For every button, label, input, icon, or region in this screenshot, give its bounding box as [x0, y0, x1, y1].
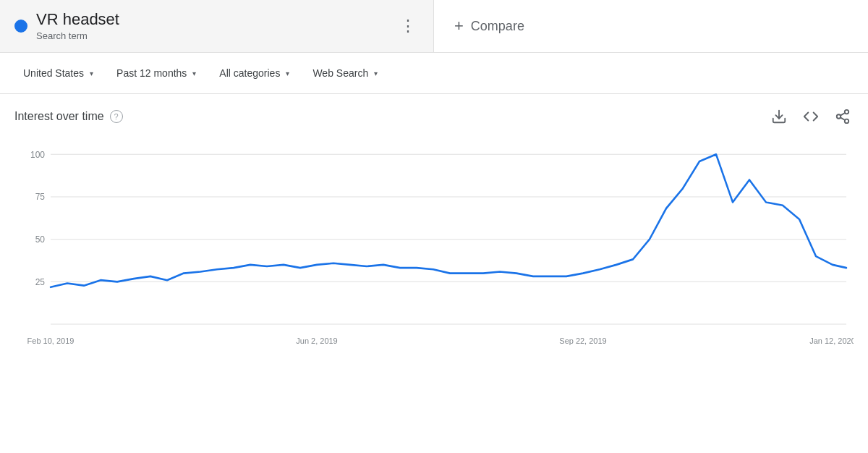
search-term-type: Search term	[36, 30, 88, 41]
blue-dot-indicator	[14, 20, 27, 33]
chart-header: Interest over time ?	[14, 106, 854, 127]
svg-text:Jan 12, 2020: Jan 12, 2020	[809, 336, 854, 345]
filter-category-label: All categories	[219, 67, 280, 79]
share-button[interactable]	[832, 106, 854, 127]
search-term-left: VR headset Search term	[14, 10, 119, 42]
embed-button[interactable]	[800, 106, 822, 127]
svg-text:50: 50	[35, 234, 45, 245]
search-term-box: VR headset Search term ⋮	[0, 0, 434, 52]
filter-location-label: United States	[23, 67, 84, 79]
compare-box[interactable]: + Compare	[434, 0, 545, 52]
download-button[interactable]	[768, 106, 790, 127]
filter-time[interactable]: Past 12 months ▾	[108, 62, 205, 85]
chevron-down-icon: ▾	[192, 69, 196, 77]
compare-plus-icon: +	[454, 17, 464, 35]
svg-text:Jun 2, 2019: Jun 2, 2019	[296, 336, 337, 345]
trend-chart: 100 75 50 25 Feb 10, 2019 Jun 2, 2019 Se…	[14, 139, 854, 371]
svg-text:75: 75	[35, 192, 45, 202]
search-term-title: VR headset	[36, 10, 119, 29]
filter-search-type[interactable]: Web Search ▾	[304, 62, 386, 85]
filter-category[interactable]: All categories ▾	[210, 62, 298, 85]
svg-text:100: 100	[30, 150, 45, 160]
compare-label: Compare	[471, 19, 524, 34]
svg-line-5	[841, 113, 845, 116]
chart-section: Interest over time ?	[0, 94, 868, 371]
chart-title: Interest over time	[14, 110, 104, 123]
chevron-down-icon: ▾	[90, 69, 93, 77]
chart-line	[51, 155, 846, 287]
chart-container: 100 75 50 25 Feb 10, 2019 Jun 2, 2019 Se…	[14, 139, 854, 371]
svg-text:25: 25	[35, 277, 45, 287]
filter-search-type-label: Web Search	[312, 67, 368, 79]
chart-title-area: Interest over time ?	[14, 110, 123, 123]
svg-text:Sep 22, 2019: Sep 22, 2019	[559, 336, 606, 345]
filter-location[interactable]: United States ▾	[14, 62, 102, 85]
help-icon[interactable]: ?	[110, 110, 123, 123]
chevron-down-icon: ▾	[286, 69, 289, 77]
three-dots-menu[interactable]: ⋮	[397, 17, 419, 35]
svg-text:Feb 10, 2019: Feb 10, 2019	[27, 336, 75, 345]
svg-line-4	[841, 118, 845, 121]
filters-bar: United States ▾ Past 12 months ▾ All cat…	[0, 53, 868, 94]
chart-actions	[768, 106, 854, 127]
header: VR headset Search term ⋮ + Compare	[0, 0, 868, 53]
filter-time-label: Past 12 months	[116, 67, 187, 79]
search-term-text: VR headset Search term	[36, 10, 119, 42]
chevron-down-icon: ▾	[374, 69, 378, 77]
